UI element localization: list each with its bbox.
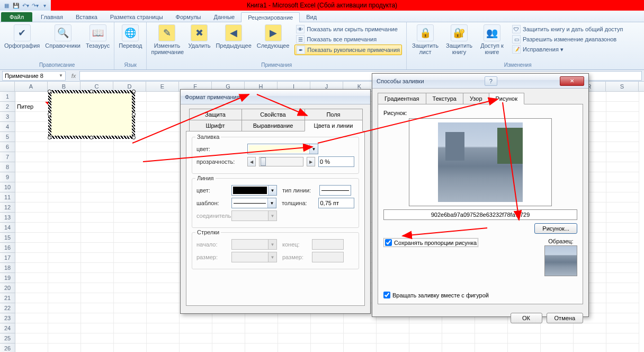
tab-home[interactable]: Главная (34, 12, 69, 22)
cell[interactable] (180, 323, 212, 333)
tab-picture[interactable]: Рисунок (489, 93, 525, 104)
cell[interactable] (114, 293, 147, 303)
help-icon[interactable]: ? (485, 76, 497, 86)
row-header[interactable]: 12 (0, 203, 15, 213)
show-all-comments-button[interactable]: ☰Показать все примечания (294, 34, 402, 44)
cell[interactable] (114, 213, 147, 223)
col-header[interactable]: A (15, 82, 48, 91)
ok-button[interactable]: ОК (511, 313, 542, 323)
row-header[interactable]: 24 (0, 323, 15, 333)
cell[interactable] (147, 172, 180, 182)
cell[interactable] (606, 102, 639, 112)
cell[interactable] (147, 313, 180, 323)
cell[interactable] (606, 152, 639, 162)
cell[interactable] (15, 132, 48, 142)
cell[interactable] (81, 203, 114, 213)
row-header[interactable]: 10 (0, 182, 15, 192)
cell[interactable] (48, 152, 81, 162)
cell[interactable] (81, 283, 114, 293)
cell[interactable] (147, 293, 180, 303)
cell[interactable] (606, 243, 639, 253)
cell[interactable] (180, 333, 212, 344)
cell[interactable] (278, 344, 311, 352)
allow-edit-ranges-button[interactable]: ▭Разрешить изменение диапазонов (511, 34, 624, 44)
tab-pagelayout[interactable]: Разметка страницы (104, 12, 169, 22)
slider-right-icon[interactable]: ▶ (307, 157, 315, 166)
cell[interactable] (15, 344, 48, 352)
cell[interactable] (15, 122, 48, 132)
cell[interactable] (15, 162, 48, 172)
cell[interactable] (442, 333, 475, 344)
cell[interactable] (81, 162, 114, 172)
cell[interactable] (15, 112, 48, 122)
edit-comment-button[interactable]: ✎Изменить примечание (149, 23, 185, 56)
cell[interactable] (48, 243, 81, 253)
comment-body[interactable] (51, 93, 132, 136)
tab-file[interactable]: Файл (1, 12, 32, 22)
transparency-slider[interactable] (259, 157, 303, 166)
select-picture-button[interactable]: Рисунок... (534, 223, 577, 234)
cell[interactable] (15, 273, 48, 283)
cell[interactable] (48, 303, 81, 313)
cell[interactable] (147, 112, 180, 122)
cell[interactable] (147, 142, 180, 152)
cell[interactable] (606, 132, 639, 142)
cell[interactable] (475, 333, 508, 344)
cell[interactable] (147, 132, 180, 142)
lock-aspect-input[interactable] (385, 239, 392, 246)
cell[interactable] (15, 152, 48, 162)
cell[interactable] (606, 233, 639, 243)
cell[interactable] (606, 313, 639, 323)
cell[interactable] (81, 313, 114, 323)
cell[interactable] (114, 263, 147, 273)
cell[interactable] (606, 253, 639, 263)
name-box[interactable]: Примечание 8▼ (2, 71, 66, 81)
cell[interactable] (147, 283, 180, 293)
cell[interactable] (48, 172, 81, 182)
cell[interactable] (508, 344, 541, 352)
row-header[interactable]: 21 (0, 293, 15, 303)
cell[interactable] (147, 122, 180, 132)
cell[interactable] (114, 223, 147, 233)
cell[interactable] (81, 233, 114, 243)
cell[interactable] (606, 172, 639, 182)
tab-data[interactable]: Данные (207, 12, 241, 22)
resize-handle[interactable] (132, 136, 136, 139)
cell[interactable] (147, 182, 180, 192)
cell[interactable] (606, 333, 639, 344)
cell[interactable] (81, 192, 114, 203)
cell[interactable] (278, 333, 311, 344)
cell[interactable] (81, 243, 114, 253)
cell[interactable] (409, 333, 442, 344)
cell[interactable] (114, 192, 147, 203)
cell[interactable] (344, 323, 377, 333)
dialog-title[interactable]: Способы заливки ? ✕ (372, 74, 588, 89)
cell[interactable] (147, 192, 180, 203)
cell[interactable] (606, 142, 639, 152)
cell[interactable] (147, 243, 180, 253)
cell[interactable] (48, 142, 81, 152)
row-header[interactable]: 23 (0, 313, 15, 323)
cell[interactable] (48, 344, 81, 352)
share-workbook-button[interactable]: 👥Доступ к книге (477, 23, 507, 56)
cell[interactable] (15, 303, 48, 313)
cell[interactable] (114, 233, 147, 243)
protect-workbook-button[interactable]: 🔐Защитить книгу (443, 23, 476, 56)
rotate-with-shape-checkbox[interactable]: Вращать заливку вместе с фигурой (383, 292, 489, 298)
cell[interactable] (81, 142, 114, 152)
cell[interactable] (48, 213, 81, 223)
cell[interactable] (442, 344, 475, 352)
cell[interactable] (81, 253, 114, 263)
cell[interactable] (278, 313, 311, 323)
cell[interactable] (606, 192, 639, 203)
cell[interactable] (81, 152, 114, 162)
cell[interactable] (114, 303, 147, 313)
cell[interactable] (180, 344, 212, 352)
row-header[interactable]: 17 (0, 253, 15, 263)
protect-sheet-button[interactable]: 🔒Защитить лист (409, 23, 442, 56)
cell[interactable] (81, 293, 114, 303)
slider-thumb[interactable] (261, 157, 266, 166)
translate-button[interactable]: 🌐Перевод (117, 23, 144, 50)
cell[interactable] (212, 323, 245, 333)
cell[interactable] (48, 323, 81, 333)
